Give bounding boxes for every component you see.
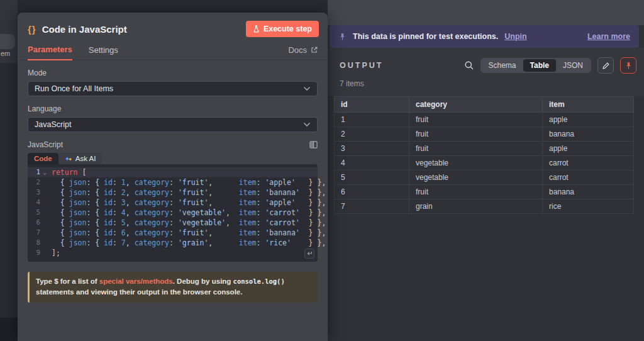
pin-icon — [338, 33, 347, 41]
mode-select[interactable]: Run Once for All Items — [28, 81, 318, 96]
tab-parameters[interactable]: Parameters — [28, 45, 72, 60]
input-items-card-fragment[interactable] — [0, 34, 15, 49]
parameters-body: Mode Run Once for All Items Language Jav… — [18, 60, 328, 303]
output-panel: OUTPUT Schema Table JSON — [328, 0, 644, 341]
code-line[interactable]: 8 { json: { id: 7, category: 'grain', it… — [28, 238, 318, 248]
table-row: 4vegetablecarrot — [335, 156, 634, 170]
hint-middle: . Debug by using — [173, 277, 233, 285]
unpin-link[interactable]: Unpin — [504, 32, 526, 41]
table-cell: grain — [409, 199, 543, 214]
table-row: 6fruitbanana — [335, 185, 634, 199]
mode-label: Mode — [28, 69, 318, 77]
pinned-banner-text: This data is pinned for test executions. — [353, 32, 498, 41]
table-cell: apple — [543, 113, 634, 127]
column-header-category: category — [409, 97, 543, 113]
table-cell: 1 — [335, 113, 409, 127]
code-line-text: { json: { id: 3, category: 'fruit', item… — [49, 198, 326, 208]
output-panel-top — [328, 0, 644, 25]
table-cell: 4 — [335, 156, 409, 170]
special-vars-link[interactable]: special vars/methods — [99, 277, 173, 285]
code-line[interactable]: 4 { json: { id: 3, category: 'fruit', it… — [28, 198, 318, 208]
view-tab-json[interactable]: JSON — [556, 59, 590, 72]
edit-output-button[interactable] — [597, 57, 614, 74]
code-editor-tabs: Code ✦✦ Ask AI — [28, 153, 318, 164]
execute-step-button[interactable]: Execute step — [246, 21, 319, 37]
table-cell: 7 — [335, 199, 409, 214]
screen: em OUTPUT Schema Table JSON — [0, 0, 644, 341]
tab-settings[interactable]: Settings — [89, 45, 118, 60]
code-line-text: { json: { id: 1, category: 'fruit', item… — [49, 177, 326, 187]
pin-data-button[interactable] — [620, 57, 636, 74]
code-line[interactable]: 2 { json: { id: 1, category: 'fruit', it… — [28, 177, 318, 187]
modal-tab-bar: Parameters Settings Docs — [18, 43, 328, 60]
view-tab-schema[interactable]: Schema — [482, 59, 523, 72]
input-panel-edge: em — [0, 0, 18, 341]
table-cell: fruit — [409, 185, 543, 199]
table-row: 5vegetablecarrot — [335, 170, 634, 185]
code-hint-callout: Type $ for a list of special vars/method… — [28, 272, 318, 303]
pencil-icon — [602, 62, 610, 70]
fold-chevron-icon[interactable]: ⌄ — [40, 167, 49, 177]
hint-prefix: Type $ for a list of — [36, 277, 99, 285]
code-line-text: { json: { id: 7, category: 'grain', item… — [49, 238, 326, 248]
code-line[interactable]: 6 { json: { id: 5, category: 'vegetable'… — [28, 218, 318, 228]
editor-history-button[interactable] — [304, 249, 314, 259]
execute-step-label: Execute step — [264, 25, 312, 33]
line-number: 3 — [28, 187, 40, 198]
pinned-data-banner: This data is pinned for test executions.… — [330, 25, 639, 48]
language-select[interactable]: JavaScript — [28, 117, 318, 132]
table-cell: vegetable — [409, 170, 543, 185]
chevron-down-icon — [303, 122, 311, 127]
code-editor[interactable]: 1⌄return [2 { json: { id: 1, category: '… — [28, 164, 318, 262]
chevron-down-icon — [303, 86, 311, 91]
code-line[interactable]: 3 { json: { id: 2, category: 'fruit', it… — [28, 187, 318, 198]
learn-more-link[interactable]: Learn more — [587, 32, 630, 41]
table-row: 3fruitapple — [335, 142, 634, 156]
tab-ask-ai[interactable]: ✦✦ Ask AI — [58, 153, 103, 164]
node-settings-modal: {} Code in JavaScript Execute step Param… — [18, 13, 328, 341]
table-row: 1fruitapple — [335, 113, 634, 127]
view-tab-table[interactable]: Table — [523, 59, 556, 72]
output-panel-content: idcategoryitem 1fruitapple2fruitbanana3f… — [328, 96, 644, 341]
output-view-switch: Schema Table JSON — [480, 58, 592, 73]
line-number: 9 — [28, 248, 40, 258]
canvas-edge — [0, 318, 18, 341]
table-cell: vegetable — [409, 156, 543, 170]
table-cell: fruit — [409, 113, 543, 127]
external-link-icon — [311, 47, 318, 53]
code-line[interactable]: 9]; — [28, 248, 318, 258]
code-line-text: { json: { id: 4, category: 'vegetable', … — [49, 208, 326, 218]
mode-value: Run Once for All Items — [35, 84, 113, 93]
split-pane-icon[interactable] — [309, 141, 318, 148]
code-line[interactable]: 7 { json: { id: 6, category: 'fruit', it… — [28, 228, 318, 238]
code-lines: 1⌄return [2 { json: { id: 1, category: '… — [28, 167, 318, 258]
input-panel-lower — [0, 63, 18, 318]
search-icon[interactable] — [464, 60, 474, 70]
output-table-body: 1fruitapple2fruitbanana3fruitapple4veget… — [335, 113, 634, 214]
code-line-text: ]; — [49, 248, 60, 258]
pin-icon — [625, 62, 633, 70]
tab-code[interactable]: Code — [28, 153, 58, 164]
output-panel-header: OUTPUT Schema Table JSON — [328, 48, 644, 96]
line-number: 6 — [28, 218, 40, 228]
table-cell: rice — [543, 199, 634, 214]
node-title: Code in JavaScript — [42, 24, 127, 35]
code-line[interactable]: 5 { json: { id: 4, category: 'vegetable'… — [28, 208, 318, 218]
column-header-id: id — [335, 97, 409, 113]
flask-icon — [253, 25, 260, 33]
code-line-text: return [ — [49, 167, 86, 177]
docs-label: Docs — [288, 45, 307, 55]
sparkles-icon: ✦✦ — [65, 155, 72, 162]
code-line-text: { json: { id: 5, category: 'vegetable', … — [49, 218, 326, 228]
code-line[interactable]: 1⌄return [ — [28, 167, 318, 177]
ask-ai-label: Ask AI — [75, 155, 96, 162]
table-cell: 2 — [335, 127, 409, 142]
table-cell: apple — [543, 142, 634, 156]
line-number: 2 — [28, 177, 40, 187]
input-items-label-fragment: em — [1, 50, 10, 57]
output-table: idcategoryitem 1fruitapple2fruitbanana3f… — [334, 96, 634, 214]
docs-link[interactable]: Docs — [288, 45, 318, 60]
code-line-text: { json: { id: 2, category: 'fruit', item… — [49, 187, 326, 198]
output-table-head: idcategoryitem — [335, 97, 634, 113]
code-line-text: { json: { id: 6, category: 'fruit', item… — [49, 228, 326, 238]
